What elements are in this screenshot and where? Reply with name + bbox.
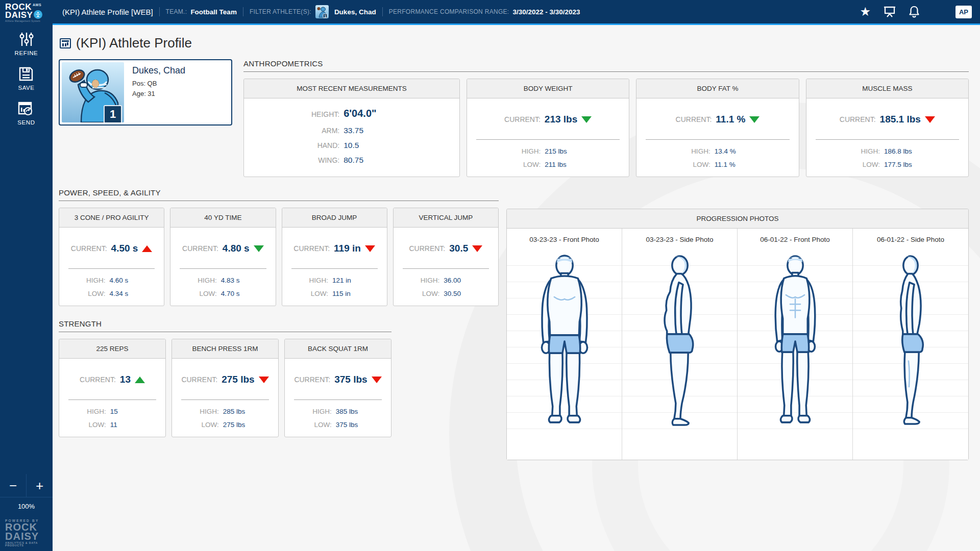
refine-button[interactable]: REFINE [15,32,38,56]
body-fat-title: BODY FAT % [636,79,798,98]
forty-yard-high: 4.83 s [221,277,276,284]
photo-column: 03-23-23 - Front Photo [507,229,622,460]
photo-side-older [853,249,968,439]
body-figure-front-heavy [533,253,596,428]
hand-value: 10.5 [344,141,452,150]
photo-column: 03-23-23 - Side Photo [622,229,738,460]
vertical-jump-high: 36.00 [444,277,498,284]
forty-yard-current: 4.80 s [223,243,250,254]
send-button[interactable]: SEND [17,101,35,126]
zoom-level: 100% [0,497,53,516]
presentation-board-icon[interactable] [883,6,896,18]
powered-tagline: ANALYTICS & DATA PRODUCTS [5,542,48,547]
three-cone-current: 4.50 s [111,243,138,254]
filter-athletes-label: FILTER ATHLETE(S): [250,8,311,15]
zoom-in-button[interactable]: + [27,474,53,497]
reps-225-current: 13 [120,374,131,385]
forty-yard-title: 40 YD TIME [170,208,275,228]
apps-grid-icon[interactable] [932,6,943,17]
photo-column: 06-01-22 - Front Photo [738,229,853,460]
back-squat-title: BACK SQUAT 1RM [285,339,391,359]
low-label: LOW: [59,421,110,429]
wing-label: WING: [251,156,344,164]
topbar-divider [382,7,383,16]
vertical-jump-low: 30.50 [444,290,498,297]
user-initials-badge[interactable]: AP [955,6,972,18]
high-label: HIGH: [59,408,110,415]
team-value[interactable]: Football Team [190,8,237,16]
trend-arrow-icon [365,245,375,252]
muscle-mass-high: 186.8 lbs [884,147,968,155]
vertical-jump-title: VERTICAL JUMP [394,208,498,228]
logo-sup-ams: AMS [33,4,41,7]
save-button[interactable]: SAVE [18,66,34,91]
progression-photos-panel: PROGRESSION PHOTOS 03-23-23 - Front Phot… [506,209,969,460]
low-label: LOW: [285,421,336,429]
back-squat-card: BACK SQUAT 1RM CURRENT: 375 lbs HIGH: 38… [284,339,391,437]
athlete-card[interactable]: 1 Dukes, Chad Pos: QB Age: 31 [59,59,232,126]
forty-yard-low: 4.70 s [221,290,276,297]
high-label: HIGH: [282,277,333,284]
save-label: SAVE [18,85,34,91]
broad-jump-high: 121 in [332,277,387,284]
anthropometrics-title: ANTHROPOMETRICS [243,59,969,72]
send-report-icon [18,101,34,116]
high-label: HIGH: [394,277,444,284]
zoom-out-button[interactable]: − [0,474,27,497]
three-cone-title: 3 CONE / PRO AGILITY [59,208,164,228]
photo-front-recent [507,249,622,439]
athlete-avatar[interactable]: 1 [315,5,329,18]
broad-jump-card: BROAD JUMP CURRENT: 119 in HIGH: 121 in [282,208,387,306]
photo-label: 03-23-23 - Front Photo [507,229,622,249]
low-label: LOW: [59,290,110,297]
performance-range-value[interactable]: 3/30/2022 - 3/30/2023 [513,8,580,16]
team-label: TEAM.: [166,8,187,15]
trend-arrow-icon [925,116,935,123]
hand-label: HAND: [251,141,344,149]
reps-225-low: 11 [110,421,165,429]
bench-press-high: 285 lbs [223,408,278,415]
muscle-mass-title: MUSCLE MASS [806,79,968,98]
high-label: HIGH: [806,147,884,155]
powered-by-logo: POWERED BY ROCK DAISY ANALYTICS & DATA P… [0,516,53,551]
favorite-star-icon[interactable]: ★ [860,6,871,18]
body-weight-title: BODY WEIGHT [467,79,629,98]
trend-arrow-icon [259,377,269,383]
forty-yard-card: 40 YD TIME CURRENT: 4.80 s HIGH: 4.83 s [170,208,276,306]
trend-arrow-icon [254,245,264,252]
bench-press-low: 275 lbs [223,421,278,429]
topbar: (KPI) Athlete Profile [WEB] TEAM.: Footb… [0,0,980,23]
photo-front-older [738,249,852,439]
bench-press-current: 275 lbs [222,374,254,385]
body-fat-low: 11.1 % [715,161,799,168]
body-figure-side-fit [879,253,942,428]
refine-sliders-icon [18,32,35,47]
body-figure-side-heavy [648,253,712,428]
powered-daisy: DAISY [5,532,48,541]
arm-label: ARM: [251,127,344,135]
low-label: LOW: [172,421,223,429]
low-label: LOW: [636,161,714,168]
notifications-bell-icon[interactable] [909,6,920,18]
kpi-report-icon [60,38,71,48]
body-weight-high: 215 lbs [545,147,629,155]
body-fat-card: BODY FAT % CURRENT: 11.1 % HIGH: 13.4 % [636,79,799,177]
current-label: CURRENT: [293,244,330,253]
current-label: CURRENT: [71,244,107,253]
muscle-mass-current: 185.1 lbs [880,114,921,125]
vertical-jump-card: VERTICAL JUMP CURRENT: 30.5 HIGH: 36.00 [393,208,499,306]
athlete-name: Dukes, Chad [132,65,185,76]
current-label: CURRENT: [294,375,330,384]
current-label: CURRENT: [182,244,218,253]
current-label: CURRENT: [504,115,541,123]
current-label: CURRENT: [676,115,712,123]
high-label: HIGH: [59,277,110,284]
topbar-divider [243,7,243,16]
measurements-card-title: MOST RECENT MEASUREMENTS [244,79,459,98]
height-value: 6'04.0" [344,108,452,119]
reps-225-title: 225 REPS [59,339,165,359]
sidebar: ROCK AMS DAISY Athlete Management System [0,0,53,551]
body-weight-card: BODY WEIGHT CURRENT: 213 lbs HIGH: 215 l… [467,79,629,177]
filter-athlete-value[interactable]: Dukes, Chad [334,8,376,16]
high-label: HIGH: [172,408,223,415]
